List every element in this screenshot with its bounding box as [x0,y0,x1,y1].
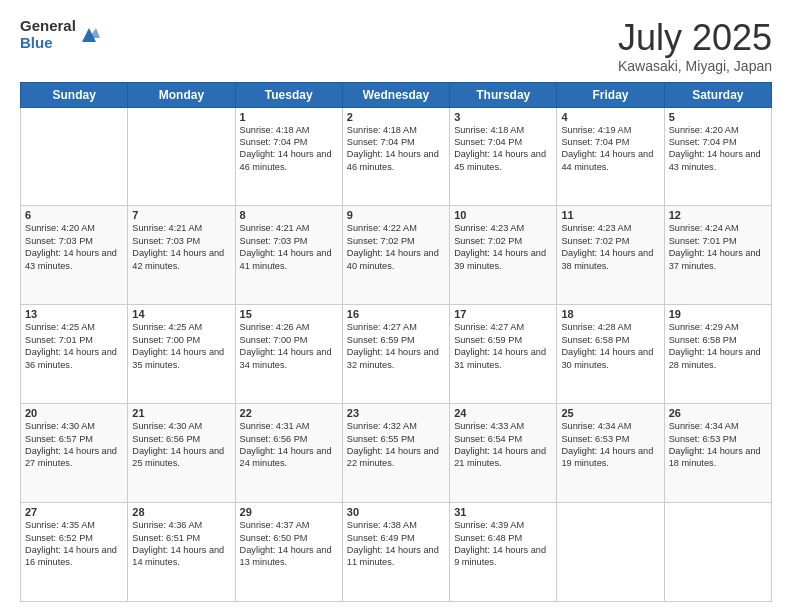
cell-text: Sunset: 7:03 PM [25,235,123,247]
calendar-page: General Blue July 2025 Kawasaki, Miyagi,… [0,0,792,612]
cell-text: Daylight: 14 hours and 35 minutes. [132,346,230,371]
day-number: 12 [669,209,767,221]
day-number: 11 [561,209,659,221]
cell-text: Sunrise: 4:27 AM [454,321,552,333]
table-row: 11Sunrise: 4:23 AMSunset: 7:02 PMDayligh… [557,206,664,305]
logo-general: General [20,18,76,35]
col-saturday: Saturday [664,82,771,107]
cell-text: Daylight: 14 hours and 28 minutes. [669,346,767,371]
day-number: 3 [454,111,552,123]
month-title: July 2025 [618,18,772,58]
cell-text: Sunset: 7:00 PM [240,334,338,346]
day-number: 20 [25,407,123,419]
cell-text: Daylight: 14 hours and 36 minutes. [25,346,123,371]
day-number: 9 [347,209,445,221]
day-number: 6 [25,209,123,221]
table-row: 16Sunrise: 4:27 AMSunset: 6:59 PMDayligh… [342,305,449,404]
table-row: 15Sunrise: 4:26 AMSunset: 7:00 PMDayligh… [235,305,342,404]
cell-text: Sunset: 6:56 PM [132,433,230,445]
header-row: Sunday Monday Tuesday Wednesday Thursday… [21,82,772,107]
day-number: 27 [25,506,123,518]
table-row: 2Sunrise: 4:18 AMSunset: 7:04 PMDaylight… [342,107,449,206]
calendar-week-1: 1Sunrise: 4:18 AMSunset: 7:04 PMDaylight… [21,107,772,206]
day-number: 7 [132,209,230,221]
cell-text: Daylight: 14 hours and 18 minutes. [669,445,767,470]
col-thursday: Thursday [450,82,557,107]
table-row [128,107,235,206]
table-row: 30Sunrise: 4:38 AMSunset: 6:49 PMDayligh… [342,503,449,602]
table-row: 22Sunrise: 4:31 AMSunset: 6:56 PMDayligh… [235,404,342,503]
cell-text: Sunset: 7:01 PM [25,334,123,346]
cell-text: Daylight: 14 hours and 27 minutes. [25,445,123,470]
cell-text: Sunset: 6:58 PM [669,334,767,346]
table-row: 23Sunrise: 4:32 AMSunset: 6:55 PMDayligh… [342,404,449,503]
table-row: 21Sunrise: 4:30 AMSunset: 6:56 PMDayligh… [128,404,235,503]
cell-text: Sunset: 6:53 PM [561,433,659,445]
cell-text: Daylight: 14 hours and 31 minutes. [454,346,552,371]
logo: General Blue [20,18,100,51]
cell-text: Sunrise: 4:38 AM [347,519,445,531]
cell-text: Sunrise: 4:26 AM [240,321,338,333]
day-number: 1 [240,111,338,123]
cell-text: Sunrise: 4:25 AM [132,321,230,333]
cell-text: Sunrise: 4:34 AM [669,420,767,432]
cell-text: Daylight: 14 hours and 9 minutes. [454,544,552,569]
cell-text: Daylight: 14 hours and 21 minutes. [454,445,552,470]
day-number: 28 [132,506,230,518]
table-row: 31Sunrise: 4:39 AMSunset: 6:48 PMDayligh… [450,503,557,602]
table-row: 7Sunrise: 4:21 AMSunset: 7:03 PMDaylight… [128,206,235,305]
table-row: 1Sunrise: 4:18 AMSunset: 7:04 PMDaylight… [235,107,342,206]
cell-text: Daylight: 14 hours and 46 minutes. [240,148,338,173]
table-row: 13Sunrise: 4:25 AMSunset: 7:01 PMDayligh… [21,305,128,404]
calendar-week-5: 27Sunrise: 4:35 AMSunset: 6:52 PMDayligh… [21,503,772,602]
day-number: 26 [669,407,767,419]
cell-text: Daylight: 14 hours and 45 minutes. [454,148,552,173]
cell-text: Sunset: 6:49 PM [347,532,445,544]
table-row: 28Sunrise: 4:36 AMSunset: 6:51 PMDayligh… [128,503,235,602]
day-number: 25 [561,407,659,419]
col-tuesday: Tuesday [235,82,342,107]
cell-text: Daylight: 14 hours and 37 minutes. [669,247,767,272]
cell-text: Sunrise: 4:37 AM [240,519,338,531]
day-number: 14 [132,308,230,320]
table-row: 25Sunrise: 4:34 AMSunset: 6:53 PMDayligh… [557,404,664,503]
table-row: 20Sunrise: 4:30 AMSunset: 6:57 PMDayligh… [21,404,128,503]
cell-text: Sunset: 6:48 PM [454,532,552,544]
day-number: 4 [561,111,659,123]
table-row: 18Sunrise: 4:28 AMSunset: 6:58 PMDayligh… [557,305,664,404]
day-number: 24 [454,407,552,419]
table-row [557,503,664,602]
cell-text: Sunrise: 4:20 AM [25,222,123,234]
cell-text: Sunrise: 4:21 AM [132,222,230,234]
table-row: 10Sunrise: 4:23 AMSunset: 7:02 PMDayligh… [450,206,557,305]
cell-text: Sunrise: 4:22 AM [347,222,445,234]
cell-text: Sunrise: 4:25 AM [25,321,123,333]
title-block: July 2025 Kawasaki, Miyagi, Japan [618,18,772,74]
cell-text: Sunrise: 4:36 AM [132,519,230,531]
cell-text: Sunrise: 4:30 AM [132,420,230,432]
table-row: 19Sunrise: 4:29 AMSunset: 6:58 PMDayligh… [664,305,771,404]
cell-text: Sunset: 7:03 PM [240,235,338,247]
location: Kawasaki, Miyagi, Japan [618,58,772,74]
table-row: 24Sunrise: 4:33 AMSunset: 6:54 PMDayligh… [450,404,557,503]
cell-text: Sunrise: 4:21 AM [240,222,338,234]
table-row: 14Sunrise: 4:25 AMSunset: 7:00 PMDayligh… [128,305,235,404]
cell-text: Sunset: 6:58 PM [561,334,659,346]
logo-blue: Blue [20,35,76,52]
table-row: 6Sunrise: 4:20 AMSunset: 7:03 PMDaylight… [21,206,128,305]
cell-text: Sunset: 6:50 PM [240,532,338,544]
cell-text: Daylight: 14 hours and 43 minutes. [25,247,123,272]
table-row: 4Sunrise: 4:19 AMSunset: 7:04 PMDaylight… [557,107,664,206]
table-row: 5Sunrise: 4:20 AMSunset: 7:04 PMDaylight… [664,107,771,206]
cell-text: Sunset: 6:57 PM [25,433,123,445]
day-number: 21 [132,407,230,419]
cell-text: Daylight: 14 hours and 14 minutes. [132,544,230,569]
day-number: 5 [669,111,767,123]
cell-text: Sunrise: 4:20 AM [669,124,767,136]
cell-text: Sunset: 6:53 PM [669,433,767,445]
day-number: 17 [454,308,552,320]
cell-text: Daylight: 14 hours and 16 minutes. [25,544,123,569]
day-number: 15 [240,308,338,320]
cell-text: Sunset: 7:04 PM [240,136,338,148]
cell-text: Sunrise: 4:19 AM [561,124,659,136]
